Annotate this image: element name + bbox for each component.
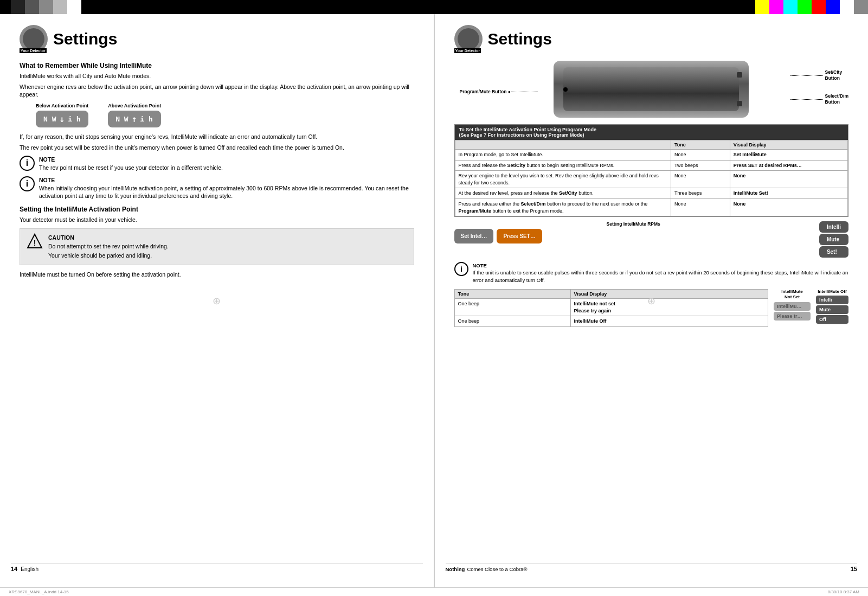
right-header: Your Detector Settings bbox=[454, 25, 849, 53]
right-title: Settings bbox=[488, 30, 552, 48]
section1-heading: What to Remember While Using IntelliMute bbox=[20, 62, 414, 69]
left-header: Your Detector Settings bbox=[20, 25, 414, 53]
right-page: Your Detector Settings bbox=[435, 14, 869, 587]
chip-intelli: Intelli bbox=[819, 221, 848, 233]
table-title: To Set the IntelliMute Activation Point … bbox=[455, 125, 848, 140]
footer-comes-close: Comes Close to a Cobra® bbox=[467, 566, 527, 572]
program-mute-annotation: Program/Mute Button ● bbox=[460, 89, 538, 94]
section2-heading: Setting the IntelliMute Activation Point bbox=[20, 206, 414, 213]
your-detector-label-right: Your Detector bbox=[454, 48, 481, 53]
chip-set-intel: Set Intel… bbox=[454, 229, 494, 243]
section2-para1: Your detector must be installed in your … bbox=[20, 216, 414, 224]
right-note-content: NOTE If the unit is unable to sense usab… bbox=[473, 262, 849, 284]
swatch-g bbox=[798, 0, 812, 14]
not-set-column: IntelliMuteNot Set IntelliMu… Please tr… bbox=[774, 289, 811, 321]
caution-icon: ! bbox=[27, 233, 43, 249]
note2-content: NOTE When initially choosing your Intell… bbox=[39, 176, 414, 200]
off-column: IntelliMute Off Intelli Mute Off bbox=[816, 289, 848, 324]
left-lang: English bbox=[21, 566, 38, 572]
note1-content: NOTE The rev point must be reset if you … bbox=[39, 156, 223, 171]
bottom-col-display: Visual Display bbox=[570, 290, 768, 299]
not-set-label: IntelliMuteNot Set bbox=[774, 289, 811, 300]
chip-press-set: Press SET… bbox=[497, 229, 542, 243]
section1-para2: Whenever engine revs are below the activ… bbox=[20, 83, 414, 99]
swatch-2 bbox=[25, 0, 39, 14]
sequence-left: Setting IntelliMute RPMs Set Intel… Pres… bbox=[454, 221, 813, 243]
caution-box: ! CAUTION Do not attempt to set the rev … bbox=[20, 228, 414, 265]
bottom-bar-right: 8/30/10 8:37 AM bbox=[828, 589, 859, 594]
center-mark-left: ⊕ bbox=[213, 295, 221, 307]
above-label: Above Activation Point bbox=[108, 103, 161, 108]
col-step bbox=[455, 140, 671, 150]
activation-diagrams: Below Activation Point N W ↓ i h Above A… bbox=[36, 103, 414, 127]
left-footer: 14 English bbox=[11, 563, 423, 572]
caution-content: CAUTION Do not attempt to set the rev po… bbox=[48, 233, 169, 260]
note2-icon: i bbox=[20, 176, 35, 191]
chip-mute: Mute bbox=[819, 234, 848, 245]
note1-box: i NOTE The rev point must be reset if yo… bbox=[20, 156, 414, 171]
bottom-table-row: One beep IntelliMute Off bbox=[454, 316, 768, 327]
svg-text:i: i bbox=[460, 265, 462, 273]
svg-text:i: i bbox=[26, 158, 28, 168]
bottom-bar-left: XRS9670_MANL_A.indd 14-15 bbox=[9, 589, 69, 594]
table-row: In Program mode, go to Set IntelliMute. … bbox=[455, 150, 848, 161]
bottom-table-row: One beep IntelliMute not setPlease try a… bbox=[454, 299, 768, 316]
swatch-m bbox=[769, 0, 783, 14]
sequence-right-chips: Intelli Mute Set! bbox=[819, 221, 848, 258]
swatch-1 bbox=[11, 0, 25, 14]
bottom-col-tone: Tone bbox=[454, 290, 570, 299]
right-note-box: i NOTE If the unit is unable to sense us… bbox=[454, 262, 849, 284]
center-mark-right: ⊕ bbox=[647, 295, 655, 307]
svg-text:!: ! bbox=[34, 239, 36, 247]
swatch-y bbox=[755, 0, 769, 14]
off-chip3: Off bbox=[816, 315, 848, 324]
sequence-note-area: Setting IntelliMute RPMs Set Intel… Pres… bbox=[454, 221, 849, 258]
table-row: Press and release either the Select/Dim … bbox=[455, 198, 848, 216]
right-footer: Nothing Comes Close to a Cobra® 15 bbox=[446, 563, 858, 572]
off-chip1: Intelli bbox=[816, 296, 848, 304]
swatch-5 bbox=[67, 0, 81, 14]
section1-para1: IntelliMute works with all City and Auto… bbox=[20, 72, 414, 80]
below-label: Below Activation Point bbox=[36, 103, 88, 108]
sequence-chips: Set Intel… Press SET… bbox=[454, 229, 813, 243]
not-set-chip1: IntelliMu… bbox=[774, 302, 811, 311]
left-page-number: 14 bbox=[11, 566, 17, 572]
col-display: Visual Display bbox=[730, 140, 847, 150]
bottom-bar: XRS9670_MANL_A.indd 14-15 8/30/10 8:37 A… bbox=[0, 587, 868, 596]
swatch-r bbox=[812, 0, 826, 14]
off-label: IntelliMute Off bbox=[816, 289, 848, 294]
swatch-4 bbox=[53, 0, 67, 14]
bottom-table-area: Tone Visual Display One beep IntelliMute… bbox=[454, 289, 769, 327]
intellimute-table: To Set the IntelliMute Activation Point … bbox=[454, 124, 849, 217]
note2-box: i NOTE When initially choosing your Inte… bbox=[20, 176, 414, 200]
detector-box bbox=[554, 61, 749, 118]
sequence-label: Setting IntelliMute RPMs bbox=[454, 221, 813, 227]
detector-image-area: Program/Mute Button ● Set/CityButton Sel… bbox=[454, 61, 849, 118]
chip-set-excl: Set! bbox=[819, 246, 848, 258]
off-chip2: Mute bbox=[816, 305, 848, 314]
section1-para3: If, for any reason, the unit stops sensi… bbox=[20, 133, 414, 141]
display-below: N W ↓ i h bbox=[36, 111, 88, 127]
final-para: IntelliMute must be turned On before set… bbox=[20, 271, 414, 279]
swatch-b bbox=[826, 0, 840, 14]
swatch-bk bbox=[854, 0, 868, 14]
table-row: Press and release the Set/City button to… bbox=[455, 160, 848, 171]
not-set-chip2: Please tr… bbox=[774, 312, 811, 321]
swatch-w bbox=[840, 0, 854, 14]
svg-text:i: i bbox=[26, 179, 28, 188]
your-detector-label-left: Your Detector bbox=[20, 48, 47, 53]
section1-para4: The rev point you set will be stored in … bbox=[20, 144, 414, 152]
left-page: Your Detector Settings What to Remember … bbox=[0, 14, 435, 587]
right-page-number: 15 bbox=[851, 566, 857, 572]
col-tone: Tone bbox=[671, 140, 730, 150]
swatch-c bbox=[783, 0, 798, 14]
table-row: At the desired rev level, press and rele… bbox=[455, 188, 848, 199]
table-row: Rev your engine to the level you wish to… bbox=[455, 171, 848, 188]
display-above: N W ↑ i h bbox=[108, 111, 161, 127]
swatch-3 bbox=[39, 0, 53, 14]
right-note-icon: i bbox=[454, 262, 468, 276]
footer-nothing: Nothing bbox=[446, 566, 465, 572]
left-title: Settings bbox=[53, 30, 117, 48]
note1-icon: i bbox=[20, 156, 35, 171]
right-annotations: Set/CityButton Select/DimButton bbox=[790, 69, 848, 105]
